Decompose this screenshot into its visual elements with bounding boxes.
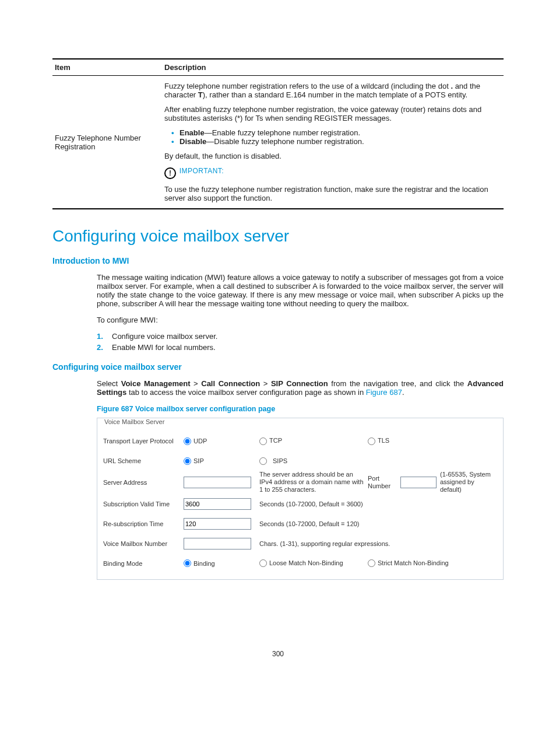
label-bm: Binding Mode <box>103 560 184 567</box>
hint-rst: Seconds (10-72000, Default = 120) <box>259 520 497 527</box>
row-server-address: Server Address The server address should… <box>103 471 497 494</box>
row-svt: Subscription Valid Time Seconds (10-7200… <box>103 494 497 514</box>
label-vmn: Voice Mailbox Number <box>103 540 184 547</box>
hint-port: (1-65535, System assigned by default) <box>440 471 497 494</box>
hint-svt: Seconds (10-72000, Default = 3600) <box>259 501 497 508</box>
intro-heading: Introduction to MWI <box>52 256 504 265</box>
list-item: Disable—Disable fuzzy telephone number r… <box>180 137 501 146</box>
list-item: Enable—Enable fuzzy telephone number reg… <box>180 128 501 137</box>
hint-server-address: The server address should be an IPv4 add… <box>259 471 364 494</box>
figure-ref-link[interactable]: Figure 687 <box>366 388 402 397</box>
figure-caption: Figure 687 Voice mailbox server configur… <box>97 405 504 413</box>
th-item: Item <box>52 59 162 76</box>
table-row: Fuzzy Telephone Number Registration Fuzz… <box>52 76 504 209</box>
label-svt: Subscription Valid Time <box>103 501 184 508</box>
option-list: Enable—Enable fuzzy telephone number reg… <box>164 128 501 146</box>
row-vmn: Voice Mailbox Number Chars. (1-31), supp… <box>103 534 497 554</box>
radio-binding[interactable] <box>184 559 191 567</box>
label-url: URL Scheme <box>103 457 184 464</box>
config-paragraph: Select Voice Management > Call Connectio… <box>97 379 504 397</box>
input-rst[interactable] <box>184 518 251 530</box>
page-number: 300 <box>52 650 504 658</box>
desc-p4: To use the fuzzy telephone number regist… <box>164 185 501 202</box>
input-svt[interactable] <box>184 498 251 510</box>
config-heading: Configuring voice mailbox server <box>52 362 504 372</box>
label-tlp: Transport Layer Protocol <box>103 438 184 444</box>
row-desc: Fuzzy telephone number registration refe… <box>162 76 504 209</box>
row-rst: Re-subscription Time Seconds (10-72000, … <box>103 514 497 534</box>
desc-p2: After enabling fuzzy telephone number re… <box>164 105 501 123</box>
input-vmn[interactable] <box>184 538 251 550</box>
radio-sip[interactable] <box>184 457 191 465</box>
radio-udp[interactable] <box>184 438 191 445</box>
intro-paragraph: The message waiting indication (MWI) fea… <box>97 273 504 308</box>
row-url-scheme: URL Scheme SIP SIPS <box>103 451 497 471</box>
desc-p3: By default, the function is disabled. <box>164 152 501 160</box>
label-server-address: Server Address <box>103 479 184 486</box>
th-desc: Description <box>162 59 504 76</box>
radio-strict-nonbinding[interactable] <box>368 559 375 567</box>
page-title: Configuring voice mailbox server <box>52 227 504 246</box>
list-item: 1.Configure voice mailbox server. <box>97 332 504 341</box>
row-label: Fuzzy Telephone Number Registration <box>52 76 162 209</box>
important-icon: ! <box>164 167 176 179</box>
fuzzy-registration-table: Item Description Fuzzy Telephone Number … <box>52 58 504 209</box>
radio-loose-nonbinding[interactable] <box>259 559 267 567</box>
panel-legend: Voice Mailbox Server <box>102 418 167 425</box>
desc-p1: Fuzzy telephone number registration refe… <box>164 82 501 99</box>
list-item: 2.Enable MWI for local numbers. <box>97 343 504 352</box>
input-port[interactable] <box>400 477 437 488</box>
label-port: Port Number <box>368 475 397 490</box>
important-label: IMPORTANT: <box>180 167 224 175</box>
important-callout: ! IMPORTANT: <box>164 166 501 179</box>
hint-vmn: Chars. (1-31), supporting regular expres… <box>259 540 497 547</box>
radio-tls[interactable] <box>368 438 375 445</box>
label-rst: Re-subscription Time <box>103 520 184 527</box>
row-transport-protocol: Transport Layer Protocol UDP TCP TLS <box>103 431 497 451</box>
steps-list: 1.Configure voice mailbox server. 2.Enab… <box>97 332 504 352</box>
row-binding-mode: Binding Mode Binding Loose Match Non-Bin… <box>103 554 497 573</box>
voice-mailbox-server-panel: Voice Mailbox Server Transport Layer Pro… <box>97 418 504 580</box>
radio-sips[interactable] <box>259 457 267 465</box>
radio-tcp[interactable] <box>259 438 267 445</box>
intro-p2: To configure MWI: <box>97 316 504 324</box>
input-server-address[interactable] <box>184 477 251 488</box>
